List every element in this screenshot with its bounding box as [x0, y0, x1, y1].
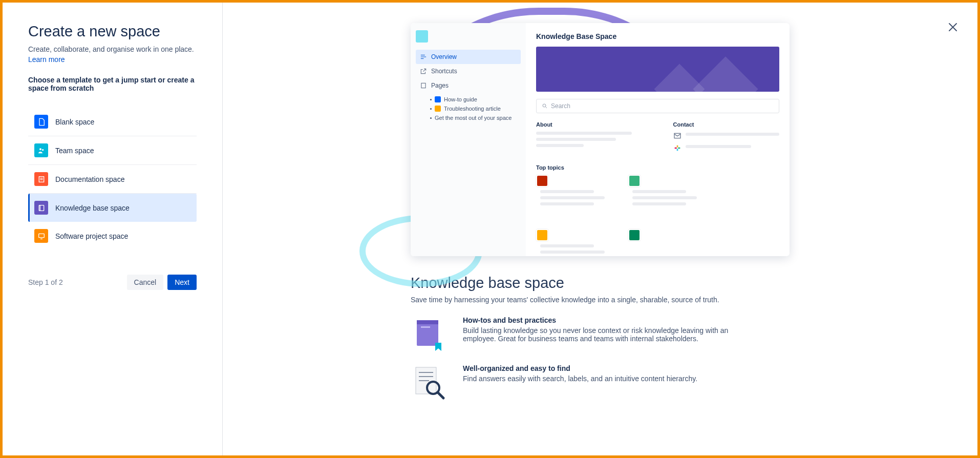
preview-nav-pages: Pages	[416, 78, 521, 93]
slack-icon	[673, 144, 681, 152]
template-knowledge-base-space[interactable]: Knowledge base space	[28, 194, 197, 222]
preview-main: Knowledge Base Space Search About Contac…	[526, 23, 790, 256]
template-label: Blank space	[55, 118, 94, 126]
book-icon	[34, 201, 48, 215]
search-placeholder: Search	[551, 102, 570, 110]
left-panel: Create a new space Create, collaborate, …	[3, 3, 223, 455]
svg-rect-15	[676, 145, 678, 148]
space-logo-icon	[416, 30, 428, 43]
svg-rect-19	[421, 326, 430, 328]
preview-page-item: Troubleshooting article	[430, 104, 521, 113]
preview-search: Search	[536, 99, 779, 113]
template-blank-space[interactable]: Blank space	[28, 108, 197, 136]
topic-icon	[628, 175, 641, 187]
template-documentation-space[interactable]: Documentation space	[28, 165, 197, 194]
svg-point-10	[543, 104, 546, 107]
document-search-icon	[411, 364, 448, 401]
topic-icon	[536, 175, 548, 187]
doc-icon	[34, 172, 48, 186]
preview-nav-shortcuts: Shortcuts	[416, 64, 521, 78]
contact-label: Contact	[673, 121, 780, 128]
external-link-icon	[420, 68, 427, 75]
info-icon	[435, 96, 441, 102]
preview-contact: Contact	[673, 121, 780, 156]
template-list: Blank space Team space Documentation spa…	[28, 108, 197, 250]
step-label: Step 1 of 2	[28, 278, 63, 286]
footer-row: Step 1 of 2 Cancel Next	[28, 275, 197, 290]
feature-desc: Find answers easily with search, labels,…	[463, 374, 697, 383]
page-icon	[34, 115, 48, 129]
preview-pages-list: How-to guide Troubleshooting article Get…	[416, 95, 521, 122]
topic-icon	[536, 229, 548, 241]
preview-page-item: Get the most out of your space	[430, 113, 521, 122]
svg-rect-14	[678, 148, 680, 149]
svg-rect-16	[676, 149, 678, 151]
svg-rect-7	[38, 234, 44, 237]
feature-desc: Build lasting knowledge so you never los…	[463, 326, 750, 343]
template-label: Knowledge base space	[55, 204, 130, 212]
preview-nav-label: Overview	[431, 53, 457, 60]
cancel-button[interactable]: Cancel	[127, 275, 164, 290]
preview-sidebar: Overview Shortcuts Pages How-to guide Tr…	[411, 23, 526, 256]
page-title: Create a new space	[28, 23, 197, 40]
right-panel: Overview Shortcuts Pages How-to guide Tr…	[223, 3, 977, 455]
search-icon	[542, 103, 548, 109]
about-label: About	[536, 121, 643, 128]
preview-card: Overview Shortcuts Pages How-to guide Tr…	[411, 23, 790, 256]
preview-about: About	[536, 121, 643, 156]
book-bookmark-icon	[411, 316, 448, 353]
template-team-space[interactable]: Team space	[28, 136, 197, 165]
svg-line-25	[438, 392, 443, 398]
learn-more-link[interactable]: Learn more	[28, 55, 197, 64]
page-subtitle: Create, collaborate, and organise work i…	[28, 45, 197, 53]
monitor-icon	[34, 229, 48, 243]
preview-banner	[536, 47, 779, 92]
feature-howtos: How-tos and best practices Build lasting…	[411, 316, 790, 353]
page-icon	[420, 82, 427, 89]
template-label: Team space	[55, 147, 94, 155]
template-desc: Save time by harnessing your teams' coll…	[411, 296, 790, 304]
template-label: Software project space	[55, 232, 128, 240]
svg-rect-18	[417, 320, 438, 324]
template-label: Documentation space	[55, 175, 124, 183]
feature-title: How-tos and best practices	[463, 316, 750, 324]
svg-line-11	[546, 107, 547, 109]
template-software-project-space[interactable]: Software project space	[28, 222, 197, 250]
svg-rect-13	[674, 148, 676, 149]
svg-point-1	[42, 149, 44, 151]
topic-grid	[536, 175, 779, 256]
template-prompt: Choose a template to get a jump start or…	[28, 76, 197, 92]
list-icon	[420, 53, 427, 60]
svg-rect-9	[421, 83, 425, 88]
tool-icon	[435, 106, 441, 112]
preview-nav-label: Shortcuts	[431, 68, 457, 75]
template-description: Knowledge base space Save time by harnes…	[411, 275, 790, 401]
feature-organized: Well-organized and easy to find Find ans…	[411, 364, 790, 401]
preview-nav-label: Pages	[431, 82, 449, 89]
svg-point-0	[39, 148, 41, 150]
mail-icon	[673, 132, 681, 140]
top-topics-label: Top topics	[536, 164, 779, 171]
feature-title: Well-organized and easy to find	[463, 364, 697, 372]
preview-nav-overview: Overview	[416, 50, 521, 64]
next-button[interactable]: Next	[167, 275, 197, 290]
preview-space-title: Knowledge Base Space	[536, 32, 779, 40]
template-title: Knowledge base space	[411, 275, 790, 292]
topic-icon	[628, 229, 641, 241]
people-icon	[34, 143, 48, 157]
preview-page-item: How-to guide	[430, 95, 521, 104]
